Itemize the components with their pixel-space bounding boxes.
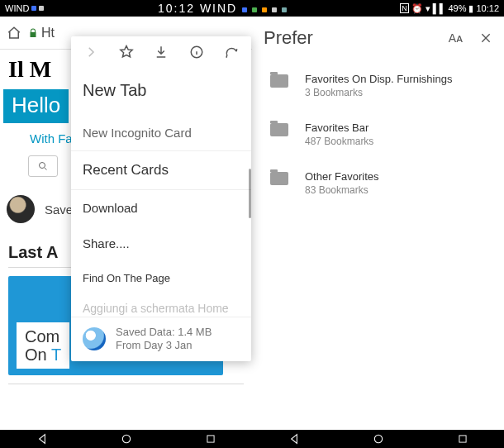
menu-add-home[interactable]: Aggiungi a schermata Home bbox=[71, 295, 251, 317]
status-carrier-center: WIND bbox=[200, 2, 237, 15]
svg-point-0 bbox=[40, 163, 45, 169]
battery-icon: ▮ bbox=[468, 3, 473, 14]
status-icon bbox=[252, 7, 257, 12]
favorites-panel: Prefer Aᴀ Favorites On Disp. Furnishings… bbox=[252, 17, 504, 430]
menu-new-incognito[interactable]: New Incognito Card bbox=[71, 115, 251, 150]
data-saved-line2: From Day 3 Jan bbox=[116, 339, 212, 352]
status-icon bbox=[242, 7, 247, 12]
wifi-icon: ▾ bbox=[426, 3, 430, 14]
forward-icon[interactable] bbox=[83, 44, 99, 60]
svg-rect-3 bbox=[207, 436, 214, 442]
recents-icon[interactable] bbox=[205, 433, 216, 445]
home-icon[interactable] bbox=[7, 26, 21, 41]
home-circle-icon[interactable] bbox=[372, 432, 385, 446]
article-caption: Com On T bbox=[17, 322, 69, 369]
menu-new-tab[interactable]: New Tab bbox=[71, 68, 251, 115]
android-status-bar: WIND 10:12 WIND N ⏰ ▾ ▌▌ 49% ▮ 10:12 bbox=[0, 0, 504, 17]
android-nav-bars bbox=[0, 430, 504, 448]
svg-point-4 bbox=[375, 435, 383, 442]
favorites-folder-item[interactable]: Other Favorites 83 Bookmarks bbox=[252, 160, 504, 209]
star-icon[interactable] bbox=[118, 44, 135, 60]
avatar[interactable] bbox=[7, 195, 35, 223]
download-icon[interactable] bbox=[153, 44, 169, 60]
status-icon bbox=[31, 6, 36, 11]
search-icon bbox=[38, 161, 48, 171]
favorites-folder-item[interactable]: Favorites On Disp. Furnishings 3 Bookmar… bbox=[252, 63, 504, 112]
menu-share[interactable]: Share.... bbox=[71, 226, 251, 261]
panel-title: Prefer bbox=[264, 27, 313, 49]
caption-line: On bbox=[25, 346, 47, 364]
back-icon[interactable] bbox=[288, 432, 301, 446]
lock-icon bbox=[28, 27, 38, 39]
folder-icon bbox=[270, 74, 288, 88]
svg-rect-5 bbox=[459, 436, 466, 442]
folder-subtitle: 3 Bookmarks bbox=[305, 87, 452, 98]
folder-title: Other Favorites bbox=[305, 170, 379, 183]
menu-recent-cards[interactable]: Recent Cards bbox=[71, 151, 251, 189]
menu-download[interactable]: Download bbox=[71, 190, 251, 226]
status-icon bbox=[272, 7, 277, 12]
data-saved-line1: Saved Data: 1.4 MB bbox=[116, 326, 212, 339]
menu-icon-row bbox=[71, 36, 251, 68]
home-circle-icon[interactable] bbox=[120, 432, 133, 446]
folder-subtitle: 83 Bookmarks bbox=[305, 184, 379, 196]
search-button[interactable] bbox=[28, 155, 58, 177]
refresh-icon[interactable] bbox=[223, 44, 240, 60]
nfc-icon: N bbox=[400, 3, 409, 13]
status-clock: 10:12 bbox=[158, 2, 195, 15]
clock-right: 10:12 bbox=[476, 3, 499, 13]
status-icon bbox=[262, 7, 267, 12]
alarm-icon: ⏰ bbox=[411, 3, 423, 14]
signal-icon: ▌▌ bbox=[433, 3, 446, 13]
divider bbox=[8, 384, 244, 384]
info-icon[interactable] bbox=[188, 44, 205, 60]
folder-icon bbox=[270, 172, 288, 185]
svg-point-2 bbox=[123, 435, 131, 442]
menu-find-on-page[interactable]: Find On The Page bbox=[71, 261, 251, 295]
url-bar[interactable]: Ht bbox=[28, 26, 74, 41]
data-saver-row[interactable]: Saved Data: 1.4 MB From Day 3 Jan bbox=[71, 317, 251, 361]
carrier-label: WIND bbox=[5, 3, 29, 13]
scrollbar[interactable] bbox=[249, 169, 251, 218]
favorites-folder-item[interactable]: Favorites Bar 487 Bookmarks bbox=[252, 112, 504, 160]
back-icon[interactable] bbox=[36, 432, 49, 446]
folder-subtitle: 487 Bookmarks bbox=[305, 136, 373, 147]
caption-line: Com bbox=[25, 327, 59, 346]
browser-view-left: Ht Il M Hello With Favorites Save Histor… bbox=[0, 17, 252, 430]
browser-overflow-menu: New Tab New Incognito Card Recent Cards … bbox=[71, 36, 251, 361]
hello-banner: Hello bbox=[3, 89, 69, 123]
caption-line: T bbox=[47, 346, 61, 364]
url-text: Ht bbox=[41, 26, 55, 41]
recents-icon[interactable] bbox=[457, 433, 468, 445]
folder-title: Favorites Bar bbox=[305, 122, 373, 134]
status-icon bbox=[282, 7, 287, 12]
close-icon[interactable] bbox=[479, 31, 492, 45]
text-size-button[interactable]: Aᴀ bbox=[449, 31, 463, 45]
battery-label: 49% bbox=[448, 3, 466, 13]
folder-icon bbox=[270, 123, 288, 136]
globe-icon bbox=[83, 327, 106, 350]
folder-title: Favorites On Disp. Furnishings bbox=[305, 73, 452, 85]
